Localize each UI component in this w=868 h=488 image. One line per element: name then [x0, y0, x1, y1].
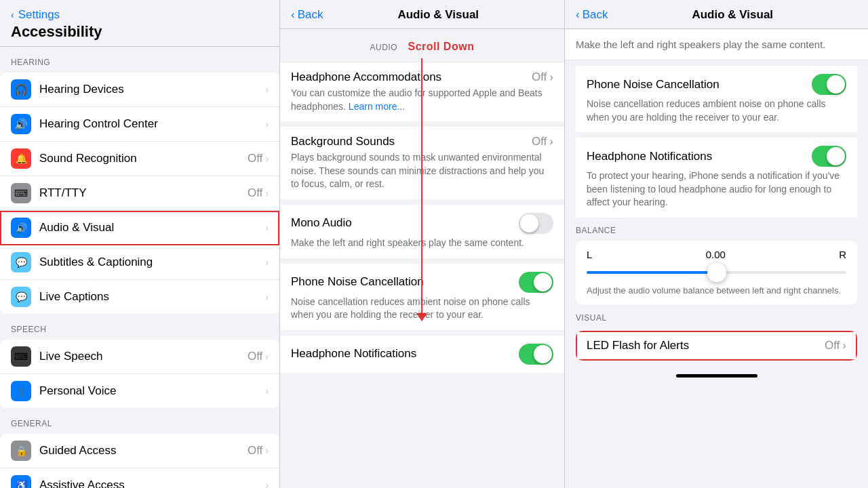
headphone-accommodations-desc: You can customize the audio for supporte… [291, 87, 553, 113]
hearing-devices-chevron: › [265, 84, 269, 95]
guided-access-icon: 🔒 [11, 441, 31, 461]
mono-audio-title: Mono Audio [291, 216, 352, 230]
hearing-control-center-label: Hearing Control Center [39, 117, 265, 131]
learn-more-link[interactable]: Learn more... [349, 101, 405, 112]
background-sounds-value: Off › [532, 135, 553, 148]
personal-voice-label: Personal Voice [39, 384, 265, 398]
sidebar-item-live-speech[interactable]: ⌨ Live Speech Off › [0, 340, 279, 374]
hearing-list-group: 🎧 Hearing Devices › 🔊 Hearing Control Ce… [0, 73, 279, 314]
live-speech-icon: ⌨ [11, 346, 31, 367]
right-visual-section-label: VISUAL [565, 305, 868, 325]
sidebar-item-personal-voice[interactable]: 👤 Personal Voice › [0, 374, 279, 408]
hearing-control-center-icon: 🔊 [11, 114, 31, 134]
headphone-accommodations-item[interactable]: Headphone Accommodations Off › You can c… [280, 62, 564, 121]
mono-audio-desc: Make the left and right speakers play th… [291, 237, 553, 250]
middle-header: ‹ Back Audio & Visual [280, 0, 564, 29]
phone-noise-group: Phone Noise Cancellation Noise cancellat… [280, 264, 564, 330]
headphone-notif-group: Headphone Notifications [280, 336, 564, 373]
home-indicator [676, 374, 757, 378]
headphone-notif-toggle[interactable] [519, 344, 553, 365]
right-phone-noise-group: Phone Noise Cancellation Noise cancellat… [576, 66, 857, 132]
right-visual-group: LED Flash for Alerts Off › [576, 331, 857, 361]
right-phone-noise-item: Phone Noise Cancellation Noise cancellat… [576, 66, 857, 132]
sidebar-item-live-captions[interactable]: 💬 Live Captions › [0, 280, 279, 314]
right-phone-noise-title: Phone Noise Cancellation [587, 78, 719, 92]
audio-visual-chevron: › [265, 222, 269, 233]
balance-row: L 0.00 R [587, 249, 846, 260]
sidebar-item-assistive-access[interactable]: ♿ Assistive Access › [0, 468, 279, 488]
rtt-tty-icon: ⌨ [11, 183, 31, 203]
headphone-notif-item: Headphone Notifications [280, 336, 564, 373]
right-panel: ‹ Back Audio & Visual Make the left and … [565, 0, 868, 488]
sidebar-item-guided-access[interactable]: 🔒 Guided Access Off › [0, 434, 279, 468]
background-sounds-title: Background Sounds [291, 135, 395, 148]
hearing-devices-label: Hearing Devices [39, 83, 265, 96]
left-title: Accessibility [11, 23, 269, 41]
sound-recognition-value: Off [248, 152, 262, 165]
sidebar-item-sound-recognition[interactable]: 🔔 Sound Recognition Off › [0, 142, 279, 176]
right-headphone-notif-toggle[interactable] [812, 146, 846, 167]
mono-audio-group: Mono Audio Make the left and right speak… [280, 205, 564, 258]
audio-visual-icon: 🔊 [11, 218, 31, 238]
phone-noise-toggle[interactable] [519, 272, 553, 293]
subtitles-chevron: › [265, 257, 269, 268]
sound-recognition-icon: 🔔 [11, 148, 31, 169]
background-sounds-group: Background Sounds Off › Plays background… [280, 127, 564, 199]
middle-back-link[interactable]: ‹ Back [291, 8, 323, 22]
right-headphone-notif-desc: To protect your hearing, iPhone sends a … [587, 169, 846, 209]
right-header: ‹ Back Audio & Visual [565, 0, 868, 29]
background-sounds-chevron: › [549, 135, 553, 148]
assistive-access-label: Assistive Access [39, 479, 265, 488]
right-led-flash-chevron: › [842, 339, 846, 352]
sidebar-item-subtitles-captioning[interactable]: 💬 Subtitles & Captioning › [0, 245, 279, 280]
speech-list-group: ⌨ Live Speech Off › 👤 Personal Voice › [0, 340, 279, 408]
live-captions-icon: 💬 [11, 287, 31, 307]
headphone-accommodations-title: Headphone Accommodations [291, 70, 441, 84]
sidebar-item-hearing-devices[interactable]: 🎧 Hearing Devices › [0, 73, 279, 107]
right-led-flash-value: Off › [825, 339, 846, 352]
headphone-accommodations-chevron: › [549, 70, 553, 84]
phone-noise-title: Phone Noise Cancellation [291, 275, 424, 289]
right-top-desc: Make the left and right speakers play th… [576, 37, 857, 52]
phone-noise-item: Phone Noise Cancellation Noise cancellat… [280, 264, 564, 330]
left-back-link[interactable]: ‹ Settings [11, 8, 269, 22]
background-sounds-item[interactable]: Background Sounds Off › Plays background… [280, 127, 564, 199]
sidebar-item-rtt-tty[interactable]: ⌨ RTT/TTY Off › [0, 176, 279, 211]
balance-slider[interactable] [587, 266, 846, 279]
middle-content: Headphone Accommodations Off › You can c… [280, 29, 564, 488]
sidebar-item-audio-visual[interactable]: 🔊 Audio & Visual › [0, 211, 279, 245]
guided-access-value: Off [248, 444, 262, 458]
balance-right-label: R [839, 249, 846, 260]
mono-audio-toggle[interactable] [519, 213, 553, 234]
subtitles-label: Subtitles & Captioning [39, 256, 265, 269]
live-speech-label: Live Speech [39, 350, 248, 363]
slider-fill [587, 271, 717, 274]
guided-access-label: Guided Access [39, 444, 248, 458]
headphone-accommodations-group: Headphone Accommodations Off › You can c… [280, 62, 564, 121]
balance-section: L 0.00 R Adjust the audio volume balance… [576, 241, 857, 305]
right-back-row: ‹ Back Audio & Visual [576, 8, 857, 22]
sound-recognition-label: Sound Recognition [39, 152, 248, 165]
right-headphone-notif-group: Headphone Notifications To protect your … [576, 138, 857, 218]
right-back-link[interactable]: ‹ Back [576, 8, 608, 22]
middle-back-chevron: ‹ [291, 8, 295, 22]
hearing-control-center-chevron: › [265, 119, 269, 129]
right-led-flash-item[interactable]: LED Flash for Alerts Off › [576, 331, 857, 361]
left-back-label: Settings [18, 8, 60, 22]
middle-title: Audio & Visual [323, 8, 553, 22]
assistive-access-chevron: › [265, 480, 269, 488]
balance-value: 0.00 [706, 249, 726, 260]
section-header-speech: SPEECH [0, 314, 279, 337]
sidebar-item-hearing-control-center[interactable]: 🔊 Hearing Control Center › [0, 107, 279, 142]
section-header-hearing: HEARING [0, 47, 279, 70]
middle-back-label: Back [298, 8, 323, 22]
background-sounds-desc: Plays background sounds to mask unwanted… [291, 151, 553, 191]
guided-access-chevron: › [265, 445, 269, 456]
headphone-notif-toggle-knob [534, 345, 552, 363]
live-captions-label: Live Captions [39, 290, 265, 304]
middle-panel: ‹ Back Audio & Visual AUDIO Scroll Down … [280, 0, 565, 488]
right-led-flash-title: LED Flash for Alerts [587, 339, 689, 352]
personal-voice-icon: 👤 [11, 381, 31, 401]
right-phone-noise-toggle[interactable] [812, 74, 846, 95]
right-headphone-notif-title: Headphone Notifications [587, 150, 712, 163]
